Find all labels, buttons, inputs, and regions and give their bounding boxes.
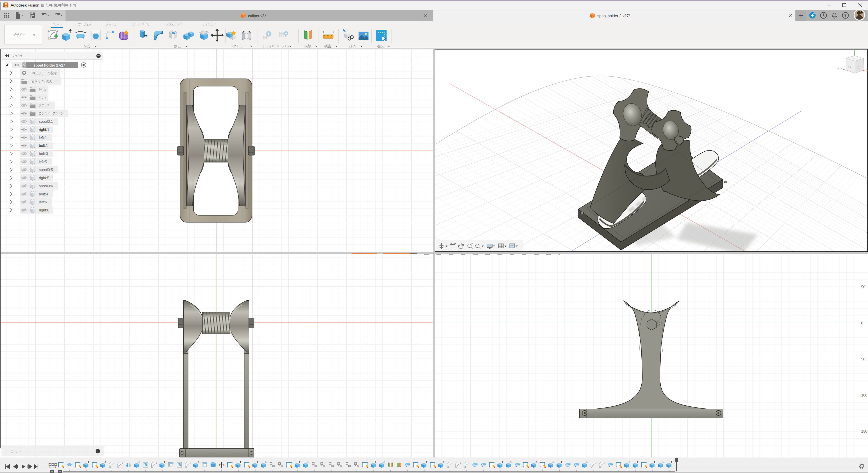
svg-text:50: 50	[861, 285, 865, 289]
svg-text:0: 0	[861, 321, 863, 325]
svg-text:spool holder 2 v27*: spool holder 2 v27*	[597, 14, 630, 18]
svg-text:spool holder 2 v27: spool holder 2 v27	[33, 63, 65, 67]
svg-text:bolt:4: bolt:4	[39, 192, 48, 196]
svg-text:FUS: FUS	[5, 6, 7, 7]
svg-text:100: 100	[861, 393, 867, 397]
svg-text:right:5: right:5	[39, 176, 49, 180]
svg-text:50: 50	[861, 357, 865, 361]
svg-text:right:6: right:6	[39, 208, 49, 212]
svg-text:bolt:3: bolt:3	[39, 151, 48, 156]
svg-text:Autodesk Fusion: Autodesk Fusion	[11, 3, 39, 7]
svg-text:150: 150	[861, 430, 867, 433]
svg-text:bolt:1: bolt:1	[39, 143, 48, 147]
svg-text:right:1: right:1	[39, 128, 49, 132]
svg-text:caliper v3*: caliper v3*	[248, 14, 266, 18]
svg-text:left:6: left:6	[39, 200, 47, 204]
svg-text:spool0:1: spool0:1	[39, 120, 53, 124]
svg-text:F: F	[5, 2, 7, 6]
svg-text:?: ?	[844, 13, 846, 18]
svg-text:Z: Z	[837, 67, 839, 71]
svg-text:spool0:5: spool0:5	[39, 168, 53, 172]
svg-text:left:5: left:5	[39, 160, 47, 164]
svg-text:X: X	[867, 69, 868, 72]
svg-text:Y: Y	[854, 49, 856, 52]
svg-text:left:1: left:1	[39, 136, 47, 140]
svg-text:spool0:6: spool0:6	[39, 184, 53, 188]
